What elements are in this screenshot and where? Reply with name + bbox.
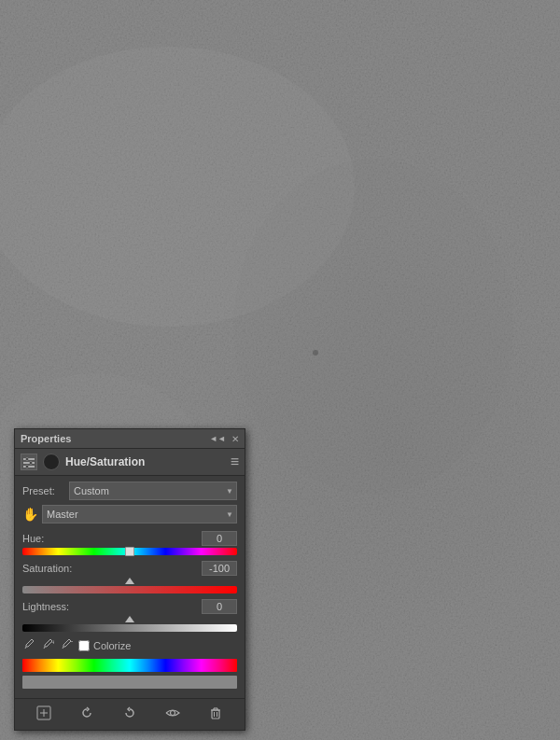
- hand-icon: ✋: [22, 507, 38, 522]
- color-spectrum-output: [22, 676, 237, 689]
- lightness-value[interactable]: [202, 599, 237, 614]
- panel-menu-btn[interactable]: ≡: [231, 454, 239, 469]
- adjustment-icon: [22, 455, 35, 468]
- add-adjustment-icon[interactable]: [33, 704, 55, 725]
- svg-point-8: [26, 458, 29, 461]
- section-title: Hue/Saturation: [65, 455, 145, 468]
- svg-rect-5: [23, 458, 35, 460]
- hue-thumb[interactable]: [125, 547, 134, 556]
- panel-titlebar: Properties ◄◄ ✕: [15, 429, 245, 449]
- panel-footer: [15, 698, 245, 730]
- preset-select[interactable]: Custom Default Cyanotype Sepia: [69, 482, 237, 500]
- eye-icon[interactable]: [161, 704, 184, 725]
- svg-line-11: [25, 647, 26, 649]
- color-spectrum: [22, 659, 237, 672]
- svg-point-10: [26, 466, 29, 468]
- saturation-triangle: [22, 578, 237, 584]
- hue-value[interactable]: [202, 531, 237, 546]
- adjustment-icon-box: [21, 454, 37, 470]
- preset-select-wrapper[interactable]: Custom Default Cyanotype Sepia: [69, 482, 237, 500]
- eyedropper-add-icon[interactable]: +: [41, 637, 54, 653]
- eyedropper-icon[interactable]: [22, 637, 35, 653]
- saturation-label-row: Saturation:: [22, 561, 237, 576]
- saturation-value[interactable]: [202, 561, 237, 576]
- collapse-arrows-icon[interactable]: ◄◄: [209, 434, 226, 443]
- preset-row: Preset: Custom Default Cyanotype Sepia: [22, 482, 237, 500]
- saturation-track[interactable]: [22, 586, 237, 593]
- svg-point-2: [233, 159, 513, 495]
- hue-label: Hue:: [22, 533, 44, 544]
- rotate-left-icon[interactable]: [119, 704, 141, 725]
- channel-select[interactable]: Master Reds Yellows Greens Cyans Blues M…: [42, 505, 237, 524]
- lightness-label-row: Lightness:: [22, 599, 237, 614]
- panel-controls: ◄◄ ✕: [209, 434, 239, 444]
- saturation-row: Saturation:: [22, 561, 237, 593]
- panel-header: Hue/Saturation ≡: [15, 449, 245, 476]
- svg-text:+: +: [51, 638, 54, 647]
- channel-row: ✋ Master Reds Yellows Greens Cyans Blues…: [22, 505, 237, 524]
- panel-title: Properties: [21, 433, 71, 444]
- svg-line-14: [63, 647, 63, 649]
- hue-track[interactable]: [22, 548, 237, 555]
- tools-row: + − Colorize: [22, 637, 237, 653]
- svg-point-4: [313, 350, 318, 356]
- svg-text:−: −: [70, 637, 73, 647]
- lightness-triangle: [22, 616, 237, 622]
- lightness-row: Lightness:: [22, 599, 237, 632]
- lightness-track[interactable]: [22, 624, 237, 632]
- panel-body: Preset: Custom Default Cyanotype Sepia ✋…: [15, 476, 245, 698]
- svg-point-9: [30, 462, 33, 465]
- saturation-label: Saturation:: [22, 563, 72, 574]
- refresh-icon[interactable]: [76, 704, 98, 725]
- svg-point-19: [171, 711, 175, 716]
- hue-label-row: Hue:: [22, 531, 237, 546]
- close-icon[interactable]: ✕: [231, 434, 239, 444]
- lightness-label: Lightness:: [22, 601, 69, 612]
- colorize-checkbox[interactable]: [78, 640, 90, 651]
- channel-select-wrapper[interactable]: Master Reds Yellows Greens Cyans Blues M…: [42, 505, 237, 524]
- layer-icon: [43, 454, 60, 470]
- svg-rect-6: [23, 462, 35, 464]
- trash-icon[interactable]: [204, 704, 227, 725]
- preset-label: Preset:: [22, 485, 69, 496]
- colorize-label[interactable]: Colorize: [78, 640, 131, 651]
- svg-rect-7: [23, 466, 35, 468]
- svg-rect-20: [212, 710, 219, 719]
- colorize-text: Colorize: [93, 640, 131, 651]
- eyedropper-subtract-icon[interactable]: −: [60, 637, 73, 653]
- svg-line-12: [44, 647, 45, 649]
- properties-panel: Properties ◄◄ ✕ Hue/Saturation ≡ Preset:: [14, 428, 245, 731]
- hue-row: Hue:: [22, 531, 237, 555]
